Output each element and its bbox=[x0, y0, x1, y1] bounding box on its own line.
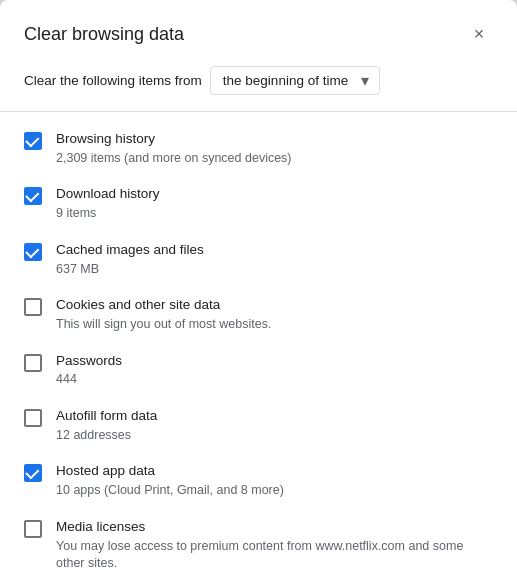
item-label-download-history: Download history bbox=[56, 185, 493, 204]
list-item: Cookies and other site dataThis will sig… bbox=[24, 286, 493, 341]
item-label-passwords: Passwords bbox=[56, 352, 493, 371]
checkbox-cookies[interactable] bbox=[24, 298, 42, 316]
checkbox-passwords[interactable] bbox=[24, 354, 42, 372]
item-desc-passwords: 444 bbox=[56, 371, 493, 389]
item-desc-hosted-app: 10 apps (Cloud Print, Gmail, and 8 more) bbox=[56, 482, 493, 500]
checkbox-cached-images[interactable] bbox=[24, 243, 42, 261]
close-button[interactable]: × bbox=[465, 20, 493, 48]
time-range-select[interactable]: the beginning of time ▾ bbox=[210, 66, 380, 95]
item-label-hosted-app: Hosted app data bbox=[56, 462, 493, 481]
list-item: Browsing history2,309 items (and more on… bbox=[24, 120, 493, 175]
list-item: Hosted app data10 apps (Cloud Print, Gma… bbox=[24, 452, 493, 507]
list-item: Autofill form data12 addresses bbox=[24, 397, 493, 452]
clear-browsing-data-dialog: Clear browsing data × Clear the followin… bbox=[0, 0, 517, 570]
item-desc-media-licenses: You may lose access to premium content f… bbox=[56, 538, 493, 570]
dialog-header: Clear browsing data × bbox=[0, 0, 517, 58]
list-item: Download history9 items bbox=[24, 175, 493, 230]
list-item: Passwords444 bbox=[24, 342, 493, 397]
item-desc-download-history: 9 items bbox=[56, 205, 493, 223]
items-list: Browsing history2,309 items (and more on… bbox=[0, 116, 517, 570]
item-label-browsing-history: Browsing history bbox=[56, 130, 493, 149]
dialog-title: Clear browsing data bbox=[24, 24, 184, 45]
item-desc-autofill: 12 addresses bbox=[56, 427, 493, 445]
time-range-prefix-label: Clear the following items from bbox=[24, 73, 202, 88]
item-desc-cached-images: 637 MB bbox=[56, 261, 493, 279]
checkbox-browsing-history[interactable] bbox=[24, 132, 42, 150]
checkbox-download-history[interactable] bbox=[24, 187, 42, 205]
time-range-value: the beginning of time bbox=[223, 73, 355, 88]
checkbox-autofill[interactable] bbox=[24, 409, 42, 427]
time-range-row: Clear the following items from the begin… bbox=[0, 58, 517, 111]
item-desc-cookies: This will sign you out of most websites. bbox=[56, 316, 493, 334]
item-label-media-licenses: Media licenses bbox=[56, 518, 493, 537]
header-divider bbox=[0, 111, 517, 112]
list-item: Cached images and files637 MB bbox=[24, 231, 493, 286]
checkbox-hosted-app[interactable] bbox=[24, 464, 42, 482]
item-label-autofill: Autofill form data bbox=[56, 407, 493, 426]
checkbox-media-licenses[interactable] bbox=[24, 520, 42, 538]
item-label-cached-images: Cached images and files bbox=[56, 241, 493, 260]
item-desc-browsing-history: 2,309 items (and more on synced devices) bbox=[56, 150, 493, 168]
item-label-cookies: Cookies and other site data bbox=[56, 296, 493, 315]
dropdown-arrow-icon: ▾ bbox=[361, 71, 369, 90]
list-item: Media licensesYou may lose access to pre… bbox=[24, 508, 493, 570]
